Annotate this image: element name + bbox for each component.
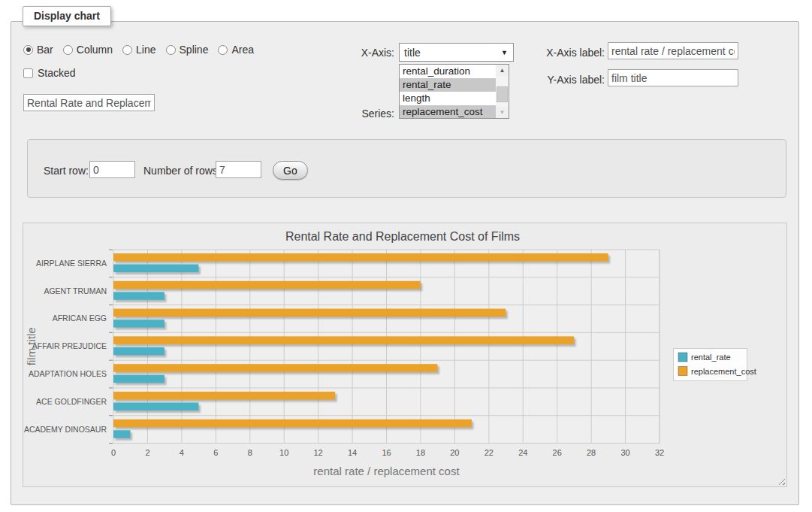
x-tick-label: 10: [279, 448, 288, 457]
x-tick-label: 30: [620, 448, 629, 457]
x-tick-label: 16: [382, 448, 391, 457]
x-tick-label: 8: [248, 448, 252, 457]
x-tick-label: 12: [314, 448, 323, 457]
series-option-length[interactable]: length: [400, 92, 496, 105]
x-tick-label: 20: [450, 448, 459, 457]
category-label: AIRPLANE SIERRA: [36, 259, 107, 268]
series-option-rental_duration[interactable]: rental_duration: [400, 65, 496, 78]
x-tick-label: 28: [587, 448, 596, 457]
legend-label-rental_rate: rental_rate: [691, 353, 731, 362]
bar-rental_rate: [113, 375, 165, 383]
x-axis-title: rental rate / replacement cost: [313, 465, 460, 477]
chart-type-option-label: Column: [77, 44, 113, 56]
scroll-up-icon[interactable]: ▲: [496, 65, 509, 76]
stacked-checkbox[interactable]: [23, 68, 33, 78]
series-option-rental_rate[interactable]: rental_rate: [400, 78, 496, 92]
x-axis-select[interactable]: title ▼: [399, 43, 514, 62]
start-row-label: Start row:: [44, 165, 89, 177]
category-label: AFRICAN EGG: [53, 314, 107, 323]
chart-container: AIRPLANE SIERRAAGENT TRUMANAFRICAN EGGAF…: [23, 223, 787, 487]
radio-icon[interactable]: [23, 45, 33, 55]
y-axis-label-field-label: Y-Axis label:: [536, 74, 605, 86]
bar-chart-svg: AIRPLANE SIERRAAGENT TRUMANAFRICAN EGGAF…: [23, 223, 786, 486]
chart-type-radios: BarColumnLineSplineArea: [23, 44, 254, 56]
x-tick-label: 32: [655, 448, 664, 457]
bar-rental_rate: [113, 402, 198, 411]
x-tick-label: 26: [553, 448, 562, 457]
x-tick-label: 0: [111, 448, 116, 457]
chart-title: Rental Rate and Replacement Cost of Film…: [285, 230, 520, 243]
y-axis-label-input[interactable]: [608, 69, 738, 86]
number-of-rows-label: Number of rows:: [143, 165, 221, 177]
chart-type-option-bar[interactable]: Bar: [23, 44, 53, 56]
fieldset-legend: Display chart: [23, 6, 111, 26]
x-tick-label: 22: [484, 448, 494, 457]
chart-type-option-area[interactable]: Area: [218, 44, 254, 56]
bar-rental_rate: [113, 430, 130, 438]
number-of-rows-input[interactable]: [216, 161, 261, 178]
y-axis-title: film title: [25, 327, 38, 365]
chart-title-input[interactable]: [23, 94, 155, 111]
x-tick-label: 24: [518, 448, 527, 457]
legend-label-replacement_cost: replacement_cost: [691, 367, 756, 376]
series-multiselect[interactable]: rental_durationrental_ratelengthreplacem…: [399, 64, 509, 119]
category-label: ADAPTATION HOLES: [29, 369, 107, 378]
bar-replacement_cost: [113, 309, 506, 317]
bar-replacement_cost: [113, 392, 335, 400]
chart-type-option-label: Area: [231, 44, 254, 56]
legend-swatch-replacement_cost: [678, 367, 687, 376]
category-label: AFFAIR PREJUDICE: [32, 341, 107, 350]
series-scrollbar[interactable]: ▲ ▼: [496, 65, 509, 118]
x-axis-label-input[interactable]: [608, 42, 738, 59]
series-options: rental_durationrental_ratelengthreplacem…: [400, 65, 509, 119]
radio-icon[interactable]: [166, 45, 176, 55]
bar-replacement_cost: [113, 420, 472, 428]
x-axis-select-label: X-Axis:: [342, 47, 394, 59]
category-label: AGENT TRUMAN: [44, 286, 107, 295]
stacked-option[interactable]: Stacked: [23, 67, 76, 79]
category-label: ACADEMY DINOSAUR: [24, 425, 107, 434]
scroll-down-icon[interactable]: ▼: [496, 107, 509, 118]
radio-icon[interactable]: [218, 45, 228, 55]
bar-replacement_cost: [113, 281, 421, 289]
bar-rental_rate: [113, 347, 165, 356]
chart-type-option-column[interactable]: Column: [63, 44, 113, 56]
chart-type-option-label: Bar: [37, 44, 53, 56]
radio-icon[interactable]: [122, 45, 132, 55]
bar-replacement_cost: [113, 253, 608, 262]
chevron-down-icon: ▼: [501, 50, 508, 56]
x-axis-select-value: title: [404, 47, 421, 59]
bar-rental_rate: [113, 265, 198, 273]
series-list-label: Series:: [338, 108, 394, 120]
row-range-panel: Start row: Number of rows: Go: [27, 139, 786, 198]
radio-icon[interactable]: [63, 45, 73, 55]
x-tick-label: 14: [348, 448, 357, 457]
chart-type-option-spline[interactable]: Spline: [166, 44, 209, 56]
x-tick-label: 2: [145, 448, 149, 457]
x-axis-label-field-label: X-Axis label:: [536, 47, 605, 59]
category-label: ACE GOLDFINGER: [36, 397, 107, 406]
scrollbar-thumb[interactable]: [497, 86, 508, 102]
chart-type-option-label: Spline: [180, 44, 209, 56]
bar-rental_rate: [113, 320, 165, 328]
series-option-replacement_cost[interactable]: replacement_cost: [400, 105, 496, 119]
start-row-input[interactable]: [89, 161, 135, 178]
legend-swatch-rental_rate: [678, 353, 687, 362]
x-tick-label: 18: [416, 448, 425, 457]
stacked-label: Stacked: [38, 67, 76, 79]
bar-rental_rate: [113, 292, 165, 300]
chart-type-option-line[interactable]: Line: [122, 44, 155, 56]
chart-type-option-label: Line: [136, 44, 155, 56]
x-tick-label: 6: [213, 448, 218, 457]
x-tick-label: 4: [180, 448, 184, 457]
go-button[interactable]: Go: [273, 161, 308, 180]
bar-replacement_cost: [113, 364, 437, 372]
chart-legend: rental_ratereplacement_cost: [674, 349, 756, 381]
bar-replacement_cost: [113, 336, 574, 344]
